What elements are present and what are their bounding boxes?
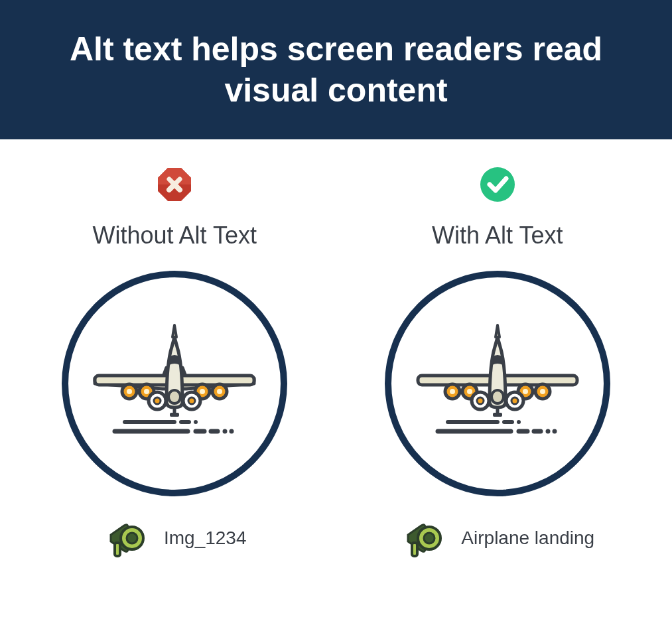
svg-rect-29 [115, 543, 120, 556]
svg-point-34 [545, 429, 550, 434]
error-icon [156, 166, 193, 203]
svg-point-28 [127, 533, 137, 543]
svg-point-20 [200, 389, 205, 394]
caption-with: Airplane landing [461, 528, 594, 549]
airplane-icon [411, 317, 584, 450]
svg-point-25 [188, 397, 195, 404]
page-title: Alt text helps screen readers read visua… [27, 29, 645, 111]
svg-rect-40 [493, 413, 502, 417]
megaphone-icon [103, 515, 149, 561]
svg-rect-57 [412, 543, 417, 556]
column-without-alt: Without Alt Text [20, 166, 330, 561]
header-banner: Alt text helps screen readers read visua… [0, 0, 672, 139]
column-with-alt: With Alt Text [343, 166, 653, 561]
svg-point-48 [523, 389, 528, 394]
svg-point-46 [450, 389, 455, 394]
svg-point-6 [223, 429, 228, 434]
svg-point-49 [540, 389, 545, 394]
svg-rect-12 [170, 413, 179, 417]
airplane-icon [88, 317, 261, 450]
svg-point-35 [552, 429, 557, 434]
caption-row-with: Airplane landing [400, 515, 594, 561]
svg-point-54 [492, 390, 504, 403]
comparison-columns: Without Alt Text [0, 139, 672, 581]
image-circle-without [62, 271, 287, 496]
svg-point-7 [230, 429, 234, 434]
svg-point-26 [168, 390, 180, 403]
svg-point-21 [217, 389, 222, 394]
column-heading-with: With Alt Text [432, 222, 563, 249]
svg-point-19 [144, 389, 149, 394]
image-circle-with [385, 271, 610, 496]
svg-point-51 [477, 397, 484, 404]
svg-point-56 [424, 533, 435, 543]
svg-point-53 [511, 397, 518, 404]
success-icon [479, 166, 516, 203]
caption-row-without: Img_1234 [103, 515, 247, 561]
svg-point-47 [467, 389, 472, 394]
svg-point-18 [127, 389, 132, 394]
megaphone-icon [400, 515, 446, 561]
column-heading-without: Without Alt Text [93, 222, 257, 249]
svg-point-38 [517, 420, 521, 424]
svg-point-10 [194, 420, 198, 424]
svg-point-23 [154, 397, 161, 404]
caption-without: Img_1234 [164, 528, 247, 549]
